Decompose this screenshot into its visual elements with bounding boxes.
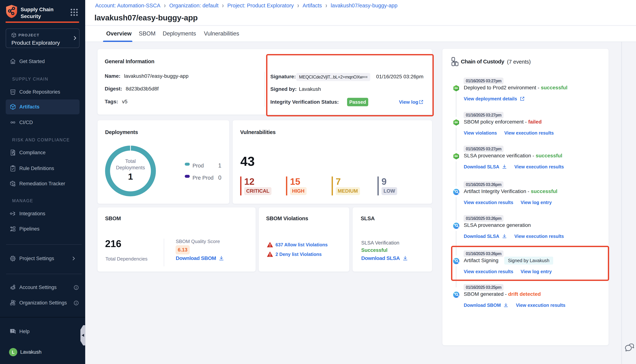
- svg-text:?: ?: [12, 330, 13, 332]
